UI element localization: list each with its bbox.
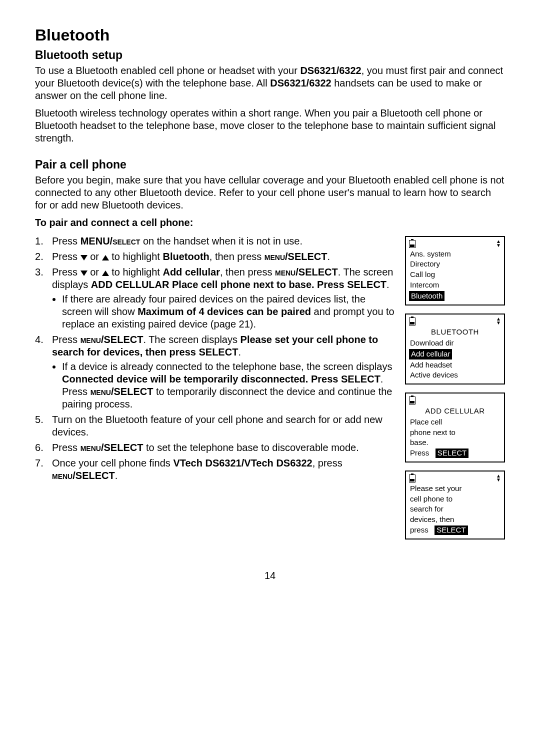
screen-bluetooth-menu: ▲▼ BLUETOOTH Download dir Add cellular A…	[405, 314, 505, 384]
screen-title: BLUETOOTH	[409, 328, 501, 337]
step-5: Turn on the Bluetooth feature of your ce…	[35, 414, 396, 438]
page-title: Bluetooth	[35, 25, 505, 45]
step-3: Press or to highlight Add cellular, then…	[35, 266, 396, 330]
menu-item: Ans. system	[409, 249, 501, 260]
step-4: Press menu/SELECT. The screen displays P…	[35, 334, 396, 410]
screen-text: devices, then	[409, 514, 501, 525]
screen-set-search: ▲▼ Please set your cell phone to search …	[405, 470, 505, 540]
screen-text: Place cell	[409, 417, 501, 428]
battery-icon	[409, 240, 416, 248]
menu-item-selected: Add cellular	[409, 349, 452, 360]
menu-item: Active devices	[409, 370, 501, 380]
screen-text: Press SELECT	[409, 448, 501, 458]
up-arrow-icon	[102, 255, 109, 260]
updown-icon: ▲▼	[496, 240, 501, 248]
updown-icon: ▲▼	[496, 317, 501, 325]
section-heading-pair: Pair a cell phone	[35, 158, 505, 172]
down-arrow-icon	[80, 270, 88, 276]
screen-text: cell phone to	[409, 494, 501, 504]
screen-title: ADD CELLULAR	[409, 406, 501, 416]
steps-list: Press MENU/select on the handset when it…	[35, 235, 396, 482]
step-3-bullet: If there are already four paired devices…	[62, 293, 396, 330]
screen-text: Please set your	[409, 484, 501, 494]
screen-add-cellular: ADD CELLULAR Place cell phone next to ba…	[405, 392, 505, 462]
step-4-bullet: If a device is already connected to the …	[62, 360, 396, 410]
down-arrow-icon	[80, 255, 88, 260]
menu-item: Download dir	[409, 338, 501, 348]
up-arrow-icon	[102, 270, 109, 276]
menu-item-selected: Bluetooth	[409, 291, 444, 302]
menu-item: Add headset	[409, 360, 501, 370]
step-6: Press menu/SELECT to set the telephone b…	[35, 442, 396, 454]
para-setup-2: Bluetooth wireless technology operates w…	[35, 107, 505, 144]
battery-icon	[409, 474, 416, 482]
select-label: SELECT	[434, 526, 468, 535]
menu-item: Directory	[409, 259, 501, 270]
step-7: Once your cell phone finds VTech DS6321/…	[35, 457, 396, 482]
para-setup-1: To use a Bluetooth enabled cell phone or…	[35, 64, 505, 102]
menu-item: Intercom	[409, 280, 501, 290]
para-pair-intro: Before you begin, make sure that you hav…	[35, 174, 505, 212]
screen-text: base.	[409, 438, 501, 448]
page-number: 14	[35, 570, 505, 582]
battery-icon	[409, 318, 416, 326]
screen-main-menu: ▲▼ Ans. system Directory Call log Interc…	[405, 236, 505, 306]
step-2: Press or to highlight Bluetooth, then pr…	[35, 250, 396, 263]
step-1: Press MENU/select on the handset when it…	[35, 235, 396, 248]
screen-text: phone next to	[409, 428, 501, 438]
subheading-to-pair: To pair and connect a cell phone:	[35, 216, 505, 229]
select-label: SELECT	[436, 448, 468, 458]
battery-icon	[409, 396, 416, 404]
screen-text: search for	[409, 504, 501, 514]
screen-text: press SELECT	[409, 525, 501, 536]
updown-icon: ▲▼	[496, 474, 501, 482]
section-heading-setup: Bluetooth setup	[35, 48, 505, 62]
menu-item: Call log	[409, 270, 501, 280]
